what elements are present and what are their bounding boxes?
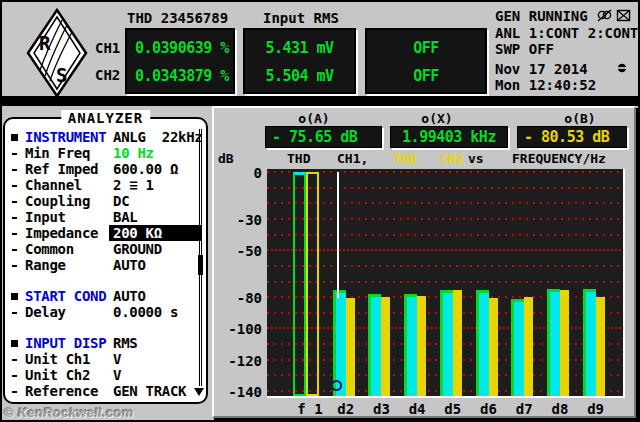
bullet-icon	[11, 134, 18, 141]
bullet-icon	[12, 169, 17, 171]
thd-function-label: THD 23456789	[127, 10, 228, 26]
thd-ch2-value: 0.0343879 %	[135, 62, 233, 90]
aux-ch2-value: OFF	[367, 62, 485, 90]
menu-item-label: Coupling	[25, 193, 90, 209]
menu-item-row[interactable]: INPUT DISPRMS	[5, 335, 206, 351]
menu-item-value: RMS	[113, 335, 137, 351]
menu-scrollbar-thumb[interactable]	[198, 255, 203, 275]
x-tick-label: d8	[540, 402, 580, 416]
menu-item-label: Ref Imped	[25, 161, 98, 177]
menu-item-row[interactable]: INSTRUMENTANLG 22kHz	[5, 129, 206, 145]
menu-item-row[interactable]: RangeAUTO	[5, 257, 206, 273]
x-axis-title: FREQUENCY/Hz	[512, 152, 606, 166]
menu-item-label: Min Freq	[25, 145, 90, 161]
y-axis-unit: dB	[218, 152, 234, 166]
y-tick-label: -30	[214, 213, 262, 227]
menu-item-row[interactable]: Unit Ch2V	[5, 367, 206, 383]
gridline	[267, 187, 623, 189]
gridline	[267, 265, 623, 267]
input-rms-readout-box: 5.431 mV 5.504 mV	[243, 28, 356, 94]
chart-title-thd1: THD	[287, 152, 310, 166]
logo-letter-s: S	[56, 64, 67, 86]
menu-item-value: BAL	[113, 209, 137, 225]
cursor-b-readout: - 80.53 dB	[517, 126, 627, 148]
menu-item-label: Common	[25, 241, 74, 257]
y-tick-label: 0	[214, 166, 262, 180]
menu-item-value: V	[113, 367, 121, 383]
bullet-icon	[12, 185, 17, 187]
keyboard-lock-icon	[616, 9, 631, 22]
menu-item-row[interactable]: CommonGROUND	[5, 241, 206, 257]
bullet-icon	[11, 340, 18, 347]
cursor-b-label: o(B)	[558, 111, 602, 126]
time-text: Mon 12:40:52	[495, 77, 596, 93]
x-tick-label: d3	[361, 402, 401, 416]
bar-ch2-yellow	[489, 298, 498, 396]
y-tick-label: -50	[214, 244, 262, 258]
bullet-icon	[12, 217, 17, 219]
menu-item-row[interactable]: InputBAL	[5, 209, 206, 225]
input-rms-ch2-value: 5.504 mV	[245, 62, 354, 90]
cursor-a-label: o(A)	[292, 111, 336, 126]
bar-f1-ch1	[293, 172, 306, 396]
bar-ch2-yellow	[524, 297, 533, 396]
gridline	[267, 171, 623, 173]
bullet-icon	[12, 391, 17, 393]
y-tick-label: -100	[214, 322, 262, 336]
analyzer-menu-panel: ANALYZER INSTRUMENTANLG 22kHzMin Freq10 …	[3, 117, 208, 404]
aux-readout-box: OFF OFF	[365, 28, 487, 94]
menu-item-value: 0.0000 s	[113, 304, 178, 320]
y-tick-label: -80	[214, 291, 262, 305]
menu-item-value: 10 Hz	[113, 145, 154, 161]
bullet-icon	[12, 201, 17, 203]
menu-item-value: V	[113, 351, 121, 367]
menu-item-value: 2 ≡ 1	[113, 177, 154, 193]
menu-item-row[interactable]: ReferenceGEN TRACK	[5, 383, 206, 399]
aux-ch1-value: OFF	[367, 34, 485, 62]
menu-item-value: AUTO	[113, 288, 146, 304]
bullet-icon	[12, 375, 17, 377]
menu-item-label: Impedance	[25, 225, 98, 241]
x-cursor-line[interactable]	[337, 172, 339, 298]
menu-item-row[interactable]: Channel2 ≡ 1	[5, 177, 206, 193]
menu-item-value: GROUND	[113, 241, 162, 257]
menu-item-row[interactable]: Min Freq10 Hz	[5, 145, 206, 161]
logo-letter-r: R	[39, 32, 51, 54]
menu-item-row[interactable]: Ref Imped600.00 Ω	[5, 161, 206, 177]
cursor-circle-marker[interactable]	[331, 380, 342, 391]
panel-title: ANALYZER	[61, 110, 150, 126]
gridline	[267, 218, 623, 220]
menu-item-row[interactable]: Unit Ch1V	[5, 351, 206, 367]
cursor-x-readout: 1.99403 kHz	[390, 126, 508, 148]
bar-ch2-yellow	[453, 290, 462, 396]
clock-icon	[617, 63, 627, 73]
bullet-icon	[11, 293, 18, 300]
input-rms-ch1-value: 5.431 mV	[245, 34, 354, 62]
bullet-icon	[12, 249, 17, 251]
anl-status: ANL 1:CONT 2:CONT	[495, 25, 638, 41]
menu-item-row[interactable]: START CONDAUTO	[5, 288, 206, 304]
bar-ch1-cyan-overlap	[514, 302, 524, 396]
menu-item-row[interactable]: Delay0.0000 s	[5, 304, 206, 320]
menu-scroll-down-arrow[interactable]	[194, 388, 204, 396]
speaker-muted-icon	[597, 9, 612, 22]
gridline	[267, 234, 623, 236]
chart-title-thd2: THD	[393, 152, 416, 166]
menu-item-label: START COND	[25, 288, 106, 304]
watermark: © KenRockwell.com	[4, 405, 134, 420]
bar-f1-ch2	[306, 172, 319, 396]
cursor-x-label: o(X)	[415, 111, 459, 126]
menu-item-label: INSTRUMENT	[25, 129, 106, 145]
menu-item-row[interactable]: Impedance200 KΩ	[5, 225, 206, 241]
bar-ch1-cyan-overlap	[371, 297, 381, 396]
menu-item-label: Input	[25, 209, 66, 225]
gridline	[267, 281, 623, 283]
menu-item-label: Unit Ch2	[25, 367, 90, 383]
bar-ch1-cyan-overlap	[407, 297, 417, 396]
swp-status: SWP OFF	[495, 41, 554, 57]
menu-item-label: INPUT DISP	[25, 335, 106, 351]
thd-ch1-value: 0.0390639 %	[135, 34, 233, 62]
menu-item-row[interactable]: CouplingDC	[5, 193, 206, 209]
ch2-label: CH2	[95, 67, 120, 83]
bullet-icon	[12, 153, 17, 155]
